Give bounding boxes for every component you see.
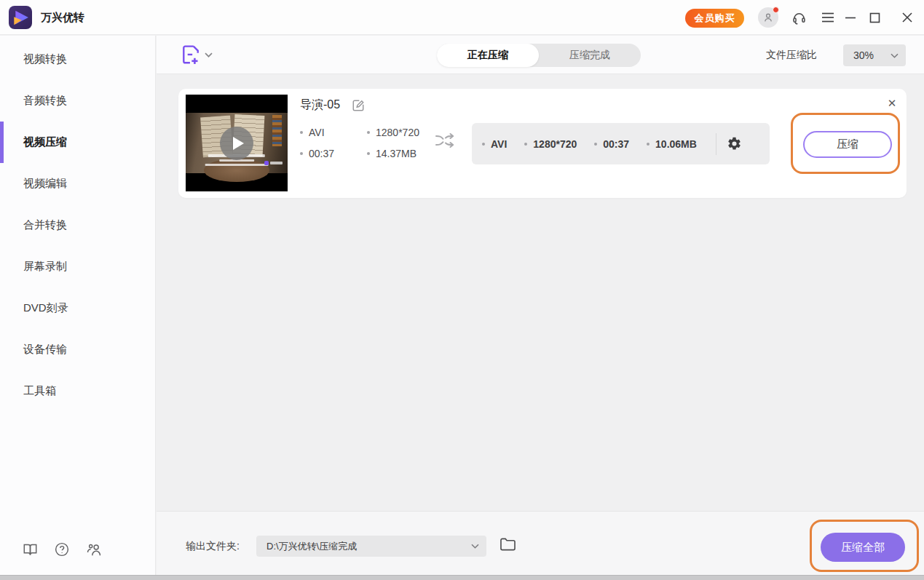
support-headset-icon[interactable] [790,9,807,26]
output-size: 10.06MB [647,138,697,150]
bullet-icon [594,143,597,146]
sidebar-item-toolbox[interactable]: 工具箱 [0,370,155,412]
output-resolution: 1280*720 [524,138,577,150]
sidebar-item-video-compress[interactable]: 视频压缩 [0,122,155,163]
app-logo-icon [9,6,32,29]
play-icon[interactable] [220,127,253,160]
file-title: 导演-05 [300,98,340,113]
chevron-down-icon [205,52,213,57]
membership-purchase-button[interactable]: 会员购买 [685,9,744,28]
compression-ratio-select[interactable]: 30% [843,44,906,66]
help-icon[interactable] [54,541,70,557]
settings-gear-icon[interactable] [727,136,742,151]
toolbar: 正在压缩 压缩完成 文件压缩比 30% [157,36,924,74]
bullet-icon [367,152,370,155]
add-file-icon [182,45,200,65]
sidebar-item-label: 音频转换 [23,94,67,108]
footer: 输出文件夹: D:\万兴优转\压缩完成 压缩全部 [157,511,924,575]
minimize-icon[interactable] [842,9,859,26]
sidebar-item-label: 屏幕录制 [23,260,67,274]
window-bottom-edge [0,575,924,580]
sidebar-item-screen-record[interactable]: 屏幕录制 [0,246,155,287]
sidebar-item-label: 视频压缩 [23,135,67,149]
bullet-icon [367,131,370,134]
tab-compressing[interactable]: 正在压缩 [437,44,539,67]
person-icon [762,12,774,23]
compress-status-tabs: 正在压缩 压缩完成 [437,44,641,67]
output-folder-label: 输出文件夹: [186,540,240,553]
sidebar-item-label: 合并转换 [23,218,67,232]
bullet-icon [300,131,303,134]
notification-dot [773,7,779,13]
output-format: AVI [482,138,507,150]
sidebar-item-merge-convert[interactable]: 合并转换 [0,204,155,246]
source-duration: 00:37 [300,148,367,159]
menu-icon[interactable] [819,9,837,26]
bullet-icon [482,143,485,146]
source-info: AVI 1280*720 00:37 14.37MB [300,127,419,159]
open-folder-icon[interactable] [499,537,516,552]
compress-button[interactable]: 压缩 [803,131,892,158]
chevron-down-icon [471,544,479,549]
compression-ratio-label: 文件压缩比 [766,49,817,62]
source-resolution: 1280*720 [367,127,419,138]
sidebar-item-label: 视频转换 [23,52,67,66]
maximize-icon[interactable] [866,9,883,26]
sidebar-item-audio-convert[interactable]: 音频转换 [0,80,155,122]
source-size: 14.37MB [367,148,419,159]
compress-all-button[interactable]: 压缩全部 [821,533,905,562]
bullet-icon [647,143,649,146]
tab-compress-finished[interactable]: 压缩完成 [539,44,641,67]
guide-book-icon[interactable] [22,541,38,557]
sidebar-item-device-transfer[interactable]: 设备传输 [0,329,155,370]
task-list: 导演-05 AVI 1280*720 00:37 14.37MB [157,75,924,510]
file-card: 导演-05 AVI 1280*720 00:37 14.37MB [178,89,907,198]
compression-ratio-value: 30% [853,49,891,61]
sidebar-item-label: 工具箱 [23,384,56,398]
output-duration: 00:37 [594,138,629,150]
sidebar: 视频转换 音频转换 视频压缩 视频编辑 合并转换 屏幕录制 DVD刻录 设备传输… [0,36,156,575]
sidebar-item-video-convert[interactable]: 视频转换 [0,39,155,80]
close-window-icon[interactable] [899,9,916,26]
output-folder-select[interactable]: D:\万兴优转\压缩完成 [256,536,486,557]
user-avatar[interactable] [758,7,778,28]
chevron-down-icon [891,53,899,58]
titlebar: 万兴优转 会员购买 [0,0,924,35]
video-thumbnail[interactable] [186,95,288,191]
sidebar-item-label: 设备传输 [23,343,67,357]
sidebar-item-video-edit[interactable]: 视频编辑 [0,163,155,204]
app-window: 万兴优转 会员购买 [0,0,924,580]
divider [716,133,716,155]
rename-icon[interactable] [352,99,365,112]
add-file-button[interactable] [182,45,213,65]
source-format: AVI [300,127,367,138]
output-folder-path: D:\万兴优转\压缩完成 [266,540,471,553]
convert-arrows-icon [435,131,455,150]
sidebar-item-label: 视频编辑 [23,177,67,191]
sidebar-item-dvd-burn[interactable]: DVD刻录 [0,287,155,329]
app-title: 万兴优转 [41,11,84,25]
community-icon[interactable] [86,541,102,557]
bullet-icon [524,143,527,146]
output-settings-box: AVI 1280*720 00:37 10.06MB [472,123,770,164]
sidebar-item-label: DVD刻录 [23,301,68,315]
bullet-icon [300,152,303,155]
remove-file-icon[interactable]: ✕ [885,96,899,111]
